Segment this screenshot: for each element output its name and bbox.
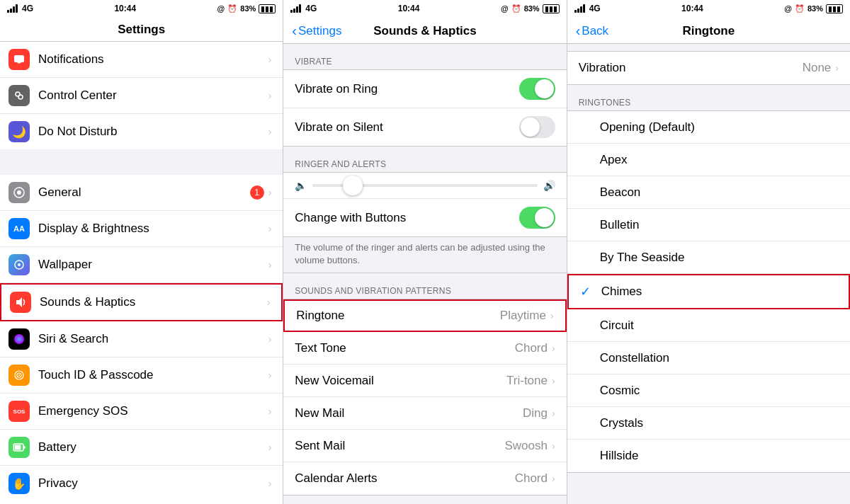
chevron-icon: › [552, 440, 555, 452]
chevron-icon: › [268, 126, 272, 137]
settings-item-siri[interactable]: Siri & Search › [0, 321, 283, 357]
settings-item-wallpaper[interactable]: Wallpaper › [0, 247, 283, 283]
toggle-thumb-2 [521, 118, 540, 137]
at-icon-2: @ [501, 4, 509, 13]
battery-label: Battery [38, 440, 268, 454]
svg-point-2 [18, 95, 23, 99]
ringtone-name: Constellation [600, 351, 839, 365]
settings-panel: 4G 10:44 @ ⏰ 83% ▮▮▮ Settings Notificati… [0, 0, 283, 504]
vibrate-silent-toggle[interactable] [519, 116, 555, 138]
svg-marker-7 [16, 297, 22, 307]
settings-item-general[interactable]: General 1 › [0, 175, 283, 211]
status-icons: @ ⏰ 83% ▮▮▮ [217, 4, 276, 13]
signal-icon [7, 4, 18, 13]
change-buttons-label: Change with Buttons [295, 211, 518, 225]
emergency-label: Emergency SOS [38, 404, 268, 418]
svg-point-11 [18, 374, 20, 376]
chevron-icon: › [552, 375, 555, 386]
general-icon [8, 182, 30, 203]
new-voicemail-row[interactable]: New Voicemail Tri-tone › [283, 365, 566, 397]
privacy-label: Privacy [38, 476, 268, 491]
ringtone-value: Playtime [500, 309, 546, 323]
status-bar-1: 4G 10:44 @ ⏰ 83% ▮▮▮ [0, 0, 283, 17]
ringtone-item-bulletin[interactable]: Bulletin [567, 209, 850, 241]
ringtone-item-apex[interactable]: Apex [567, 144, 850, 176]
ringtone-row[interactable]: Ringtone Playtime › [283, 299, 566, 332]
settings-item-do-not-disturb[interactable]: 🌙 Do Not Disturb › [0, 114, 283, 149]
gap-ringtones [567, 85, 850, 92]
chevron-icon: › [268, 333, 272, 345]
slider-thumb[interactable] [343, 176, 363, 195]
time-display-2: 10:44 [398, 4, 420, 13]
settings-item-emergency[interactable]: SOS Emergency SOS › [0, 394, 283, 430]
alarm-icon-3: ⏰ [795, 4, 805, 13]
ringtone-item-hillside[interactable]: Hillside [567, 440, 850, 472]
time-display: 10:44 [114, 4, 136, 13]
text-tone-row[interactable]: Text Tone Chord › [283, 332, 566, 365]
ringtone-item-constellation[interactable]: Constellation [567, 342, 850, 374]
ringtone-item-opening[interactable]: Opening (Default) [567, 111, 850, 144]
at-icon-3: @ [784, 4, 792, 13]
chevron-icon: › [268, 54, 272, 65]
ringtone-back-button[interactable]: ‹ Back [576, 23, 608, 39]
ringtone-name: Circuit [600, 319, 839, 333]
status-icons-2: @ ⏰ 83% ▮▮▮ [501, 4, 560, 13]
privacy-icon: ✋ [8, 473, 30, 494]
ringer-header: RINGER AND ALERTS [283, 154, 566, 172]
change-buttons-toggle[interactable] [519, 207, 555, 229]
ringtone-item-chimes[interactable]: ✓ Chimes [567, 274, 850, 309]
status-bar-2: 4G 10:44 @ ⏰ 83% ▮▮▮ [283, 0, 566, 17]
siri-icon [8, 328, 30, 350]
calendar-alerts-row[interactable]: Calendar Alerts Chord › [283, 462, 566, 495]
chevron-icon: › [267, 297, 271, 308]
back-button[interactable]: ‹ Settings [292, 23, 341, 39]
carrier-label-3: 4G [589, 4, 601, 13]
ringtone-item-by-the-seaside[interactable]: By The Seaside [567, 241, 850, 274]
siri-label: Siri & Search [38, 332, 268, 346]
vibrate-ring-row[interactable]: Vibrate on Ring [283, 70, 566, 108]
sent-mail-label: Sent Mail [295, 439, 504, 453]
sounds-patterns-list: Ringtone Playtime › Text Tone Chord › Ne… [283, 299, 566, 496]
volume-slider[interactable] [312, 184, 537, 187]
group-1: Notifications › Control Center › 🌙 Do No… [0, 42, 283, 149]
check-icon-selected: ✓ [580, 284, 594, 299]
alarm-icon-2: ⏰ [511, 4, 521, 13]
change-buttons-row[interactable]: Change with Buttons [283, 199, 566, 236]
sent-mail-row[interactable]: Sent Mail Swoosh › [283, 430, 566, 462]
new-mail-row[interactable]: New Mail Ding › [283, 397, 566, 430]
chevron-icon: › [268, 406, 272, 417]
ringtone-item-circuit[interactable]: Circuit [567, 309, 850, 342]
settings-item-touchid[interactable]: Touch ID & Passcode › [0, 357, 283, 394]
settings-item-battery[interactable]: Battery › [0, 430, 283, 466]
vibration-block: Vibration None › [567, 51, 850, 85]
ringtone-label: Ringtone [296, 309, 499, 323]
touchid-icon [8, 365, 30, 386]
chevron-icon: › [552, 473, 555, 484]
settings-item-sounds[interactable]: Sounds & Haptics › [0, 283, 283, 321]
calendar-alerts-value: Chord [515, 471, 548, 486]
sent-mail-value: Swoosh [505, 439, 548, 453]
volume-slider-row[interactable]: 🔈 🔊 [283, 173, 566, 199]
settings-item-display[interactable]: AA Display & Brightness › [0, 211, 283, 247]
ringtone-nav-bar: ‹ Back Ringtone [567, 17, 850, 44]
vibrate-ring-label: Vibrate on Ring [295, 82, 518, 96]
volume-low-icon: 🔈 [295, 180, 307, 191]
ringtone-item-beacon[interactable]: Beacon [567, 176, 850, 209]
vibrate-ring-toggle[interactable] [519, 78, 555, 100]
status-bar-3: 4G 10:44 @ ⏰ 83% ▮▮▮ [567, 0, 850, 17]
settings-item-notifications[interactable]: Notifications › [0, 42, 283, 78]
text-tone-label: Text Tone [295, 341, 514, 355]
control-center-icon [8, 85, 30, 106]
ringtone-name: Apex [600, 153, 839, 167]
display-icon: AA [8, 218, 30, 239]
ringtone-item-crystals[interactable]: Crystals [567, 407, 850, 440]
settings-item-control-center[interactable]: Control Center › [0, 78, 283, 114]
vibrate-silent-row[interactable]: Vibrate on Silent [283, 108, 566, 146]
ringtone-name: Cosmic [600, 384, 839, 398]
settings-item-privacy[interactable]: ✋ Privacy › [0, 466, 283, 501]
notifications-label: Notifications [38, 52, 268, 67]
ringtone-item-cosmic[interactable]: Cosmic [567, 374, 850, 407]
ringtone-name: Hillside [600, 449, 839, 463]
wallpaper-label: Wallpaper [38, 258, 268, 272]
vibration-row[interactable]: Vibration None › [567, 52, 850, 84]
